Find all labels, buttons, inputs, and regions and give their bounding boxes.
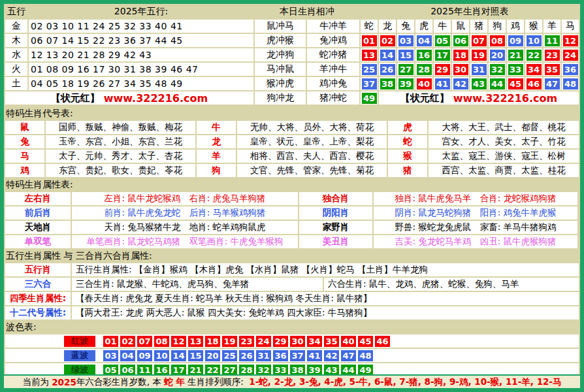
- element-label: 金: [5, 20, 27, 33]
- clash-pair: 蛇冲猪: [307, 48, 359, 61]
- footer-note: 当前为 2025年六合彩生肖岁数, 本 蛇 年 生肖排列顺序: 1-蛇, 2-龙…: [4, 374, 580, 388]
- zodiac-number-cell: 31: [470, 63, 487, 76]
- brand-url[interactable]: www.322216.com: [453, 92, 557, 105]
- zodiac-column-header: 马: [562, 20, 579, 33]
- number-chip-22: 22: [205, 365, 220, 376]
- number-chip-03: 03: [398, 35, 414, 46]
- attribute-text: 前肖: 鼠牛虎兔龙蛇 后肖: 马羊猴鸡狗猪: [72, 206, 298, 220]
- number-chip-45: 45: [358, 336, 373, 347]
- combo-text: 三合生肖: 鼠龙猴、牛蛇鸡、虎马狗、兔羊猪: [72, 278, 323, 291]
- zodiac-number-cell: 16: [415, 48, 432, 61]
- number-chip-13: 13: [188, 336, 203, 347]
- zodiac-number-cell: 03: [397, 34, 414, 47]
- number-chip-21: 21: [508, 50, 523, 61]
- number-chip-33: 33: [273, 365, 288, 376]
- attribute-label: 独合肖: [299, 192, 372, 205]
- number-chip-22: 22: [527, 50, 542, 61]
- number-chip-44: 44: [341, 365, 356, 376]
- number-chip-48: 48: [358, 350, 373, 361]
- number-chip-27: 27: [398, 64, 414, 75]
- number-chip-48: 48: [563, 78, 578, 90]
- number-chip-10: 10: [527, 35, 542, 46]
- code-zodiac-label: 鸡: [5, 164, 44, 177]
- lottery-reference-page: { "colors": { "page_background": "#d9d5a…: [0, 0, 584, 392]
- number-chip-05: 05: [435, 35, 450, 46]
- code-zodiac-label: 兔: [5, 135, 44, 148]
- combo-table-title: 五行生肖属性 与 三合肖六合肖属性:: [4, 248, 580, 263]
- footer-prefix: 当前为: [22, 376, 52, 388]
- number-chip-18: 18: [205, 336, 220, 347]
- code-zodiac-label: 龙: [197, 135, 236, 148]
- brand-url[interactable]: www.322216.com: [104, 92, 208, 105]
- wave-color-table: 红波0102070812131819232429303435404546蓝波03…: [4, 335, 580, 376]
- number-chip-45: 45: [508, 78, 523, 90]
- code-zodiac-label: 虎: [388, 121, 427, 134]
- clash-pair: 兔冲鸡: [307, 34, 359, 47]
- zodiac-number-cell: 47: [543, 77, 560, 90]
- zodiac-number-cell: 43: [470, 77, 487, 90]
- number-chip-21: 21: [188, 365, 203, 376]
- attribute-label: 前后肖: [5, 206, 71, 220]
- number-chip-06: 06: [453, 35, 468, 46]
- footer-zodiac-sequence: 1-蛇, 2-龙, 3-兔, 4-虎, 5-牛, 6-鼠, 7-猪, 8-狗, …: [249, 376, 561, 388]
- header-five-elements: 五行: [5, 5, 27, 18]
- number-chip-16: 16: [417, 50, 432, 61]
- code-zodiac-label: 猪: [388, 164, 427, 177]
- number-chip-27: 27: [222, 365, 237, 376]
- wave-label-blue: 蓝波: [64, 350, 95, 361]
- clash-pair: 羊冲牛: [307, 63, 359, 76]
- zodiac-number-cell: 04: [415, 34, 432, 47]
- number-chip-11: 11: [545, 35, 560, 46]
- number-chip-24: 24: [256, 336, 271, 347]
- combo-label: 四季生肖属性:: [5, 292, 71, 305]
- clash-pair: 马冲鼠: [255, 63, 306, 76]
- attribute-text: 单笔画肖: 鼠龙蛇马鸡猪 双笔画肖: 牛虎兔羊猴狗: [72, 235, 298, 248]
- number-chip-13: 13: [362, 50, 377, 61]
- number-chip-37: 37: [290, 350, 305, 361]
- number-chip-03: 03: [103, 350, 118, 361]
- combo-text: 【春天生肖: 虎兔龙 夏天生肖: 蛇马羊 秋天生肖: 猴狗鸡 冬天生肖: 鼠牛猪…: [72, 292, 579, 305]
- zodiac-column-header: 虎: [415, 20, 432, 33]
- wave-row-blue: 蓝波03040910141520252631363741424748: [5, 349, 579, 362]
- code-zodiac-names: 玉帝、东宫、小姐、东宫、兰花: [46, 135, 195, 148]
- element-numbers: 01 08 09 16 17 30 31 38 39 46 47: [29, 63, 253, 76]
- zodiac-number-cell: 40: [415, 77, 432, 90]
- zodiac-number-cell: 19: [470, 48, 487, 61]
- zodiac-number-cell: 35: [543, 63, 560, 76]
- clash-pair: 狗冲龙: [255, 91, 306, 105]
- zodiac-number-cell: 41: [434, 77, 451, 90]
- code-zodiac-label: 牛: [197, 121, 236, 134]
- zodiac-number-cell: 06: [452, 34, 469, 47]
- zodiac-number-cell: 30: [452, 63, 469, 76]
- number-chip-17: 17: [171, 365, 186, 376]
- zodiac-number-cell: 14: [379, 48, 396, 61]
- number-chip-04: 04: [417, 35, 432, 46]
- combo-label: 十二代号属性:: [5, 306, 71, 319]
- number-chip-41: 41: [307, 350, 322, 361]
- clash-pair: 牛冲羊: [307, 20, 359, 33]
- zodiac-number-cell: 17: [434, 48, 451, 61]
- number-chip-18: 18: [453, 50, 468, 61]
- wave-numbers: 0102070812131819232429303435404546: [103, 336, 390, 347]
- number-chip-41: 41: [435, 78, 450, 90]
- element-label: 木: [5, 34, 27, 47]
- zodiac-number-cell: 01: [361, 34, 378, 47]
- brand-name: 【状元红】: [51, 92, 100, 105]
- number-chip-35: 35: [324, 336, 339, 347]
- attribute-label: 美丑肖: [299, 235, 372, 248]
- number-chip-42: 42: [453, 78, 468, 90]
- number-chip-09: 09: [137, 350, 152, 361]
- brand-name: 【状元红】: [400, 92, 449, 105]
- code-zodiac-label: 猴: [388, 150, 427, 163]
- zodiac-number-cell: 46: [525, 77, 542, 90]
- zodiac-number-cell: 18: [452, 48, 469, 61]
- zodiac-column-header: 鼠: [452, 20, 469, 33]
- number-chip-19: 19: [472, 50, 487, 61]
- attribute-label: 天地肖: [5, 221, 71, 234]
- number-chip-24: 24: [563, 50, 578, 61]
- number-chip-12: 12: [171, 336, 186, 347]
- zodiac-number-cell: 15: [397, 48, 414, 61]
- number-chip-28: 28: [239, 365, 254, 376]
- number-chip-12: 12: [563, 35, 578, 46]
- zodiac-number-cell: 44: [489, 77, 506, 90]
